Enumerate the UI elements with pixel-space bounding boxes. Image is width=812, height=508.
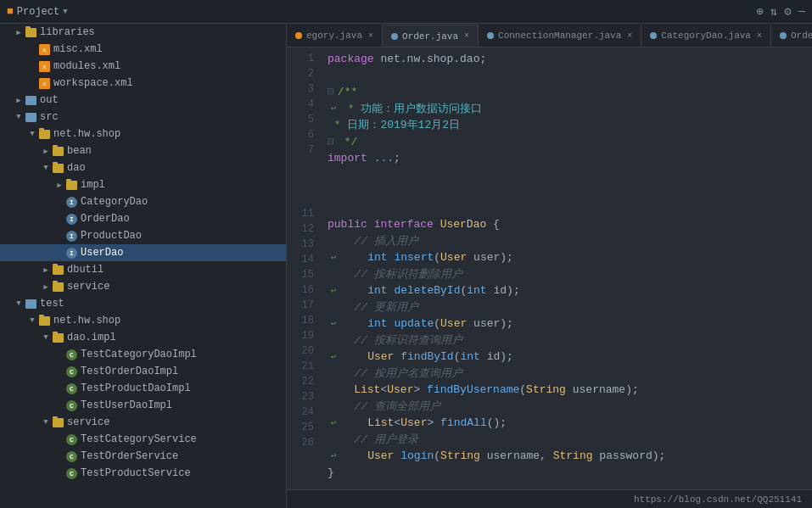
sidebar-item-test[interactable]: test	[0, 295, 286, 312]
java-interface-icon: I	[66, 231, 77, 242]
folder-icon	[25, 113, 36, 122]
tab-label: OrderDa	[791, 31, 812, 41]
sidebar-item-categorydao[interactable]: I CategoryDao	[0, 193, 286, 210]
java-class-icon: C	[66, 349, 77, 360]
sidebar-item-label: OrderDao	[81, 213, 130, 225]
top-icons: ⊕ ⇅ ⚙ —	[756, 4, 805, 19]
sidebar-item-libraries[interactable]: libraries	[0, 24, 286, 41]
tab-categorydao[interactable]: CategoryDao.java ×	[641, 25, 771, 47]
gutter-marker: ↩	[328, 351, 339, 363]
tab-icon	[780, 32, 787, 39]
sidebar-item-userdao[interactable]: I UserDao	[0, 244, 286, 261]
sidebar-item-label: TestProductDaoImpl	[81, 382, 191, 394]
code-line-12: // 插入用户	[328, 233, 805, 250]
code-line-16: // 更新用户	[328, 299, 805, 316]
sidebar-item-dbutil[interactable]: dbutil	[0, 261, 286, 278]
folder-icon	[53, 265, 64, 275]
add-icon[interactable]: ⊕	[756, 4, 763, 19]
tab-connectionmanager[interactable]: ConnectionManager.java ×	[479, 25, 641, 47]
sidebar-item-testuserdaoimpl[interactable]: C TestUserDaoImpl	[0, 397, 286, 414]
sidebar-item-out[interactable]: out	[0, 92, 286, 109]
xml-icon: x	[39, 78, 50, 89]
sidebar-item-testcategoryservice[interactable]: C TestCategoryService	[0, 431, 286, 448]
code-editor[interactable]: 1 2 3 4 5 6 7 11 12 13 14 15 16 17 18 19…	[287, 47, 812, 489]
sidebar-item-label: test	[40, 298, 64, 310]
folder-icon	[53, 418, 64, 427]
project-title: Project	[17, 6, 59, 18]
tab-icon	[487, 32, 494, 39]
sidebar-item-testproductservice[interactable]: C TestProductService	[0, 465, 286, 482]
sort-icon[interactable]: ⇅	[770, 4, 777, 19]
code-line-25: ↩ User login(String username, String pas…	[328, 448, 805, 465]
sidebar-item-bean[interactable]: bean	[0, 142, 286, 159]
arrow-icon	[41, 417, 51, 427]
sidebar-item-src[interactable]: src	[0, 109, 286, 126]
close-icon[interactable]: ×	[627, 31, 632, 41]
sidebar-item-test-service[interactable]: service	[0, 414, 286, 431]
sidebar-item-label: CategoryDao	[81, 196, 148, 208]
code-line-8	[328, 167, 805, 184]
sidebar-item-label: UserDao	[81, 247, 123, 259]
code-line-21: List<User> findByUsername(String usernam…	[328, 382, 805, 399]
main-layout: libraries x misc.xml x modules.xml x wor…	[0, 24, 812, 508]
code-line-3: ⊟/**	[328, 84, 805, 101]
blog-url: https://blog.csdn.net/QQ251141	[634, 494, 802, 505]
sidebar-item-label: dbutil	[67, 264, 104, 276]
arrow-icon	[14, 27, 24, 37]
sidebar-item-test-net-hw-shop[interactable]: net.hw.shop	[0, 312, 286, 329]
sidebar-item-testproductdaoimpl[interactable]: C TestProductDaoImpl	[0, 380, 286, 397]
arrow-icon	[54, 180, 64, 190]
folder-icon	[53, 164, 64, 173]
code-line-7: import ...;	[328, 150, 805, 167]
tab-order[interactable]: Order.java ×	[383, 25, 479, 47]
gear-icon[interactable]: ⚙	[784, 4, 791, 19]
tab-icon	[650, 32, 657, 39]
sidebar-item-label: bean	[67, 145, 92, 157]
java-class-icon: C	[66, 434, 77, 445]
code-line-1: package net.nw.shop.dao;	[328, 51, 805, 68]
sidebar-item-testcategorydaoimpl[interactable]: C TestCategoryDaoImpl	[0, 346, 286, 363]
sidebar-item-impl[interactable]: impl	[0, 176, 286, 193]
minimize-icon[interactable]: —	[798, 4, 805, 19]
code-line-20: // 按用户名查询用户	[328, 366, 805, 382]
sidebar-item-dao[interactable]: dao	[0, 159, 286, 176]
folder-icon	[25, 28, 36, 37]
sidebar-item-testorderservice[interactable]: C TestOrderService	[0, 448, 286, 465]
sidebar-item-misc-xml[interactable]: x misc.xml	[0, 41, 286, 58]
folder-icon	[53, 282, 64, 292]
sidebar-item-label: service	[67, 416, 109, 428]
sidebar-item-modules-xml[interactable]: x modules.xml	[0, 58, 286, 75]
code-line-24: // 用户登录	[328, 432, 805, 449]
sidebar-item-workspace-xml[interactable]: x workspace.xml	[0, 75, 286, 92]
sidebar-item-label: src	[40, 111, 59, 123]
project-label: ■ Project ▼	[7, 5, 68, 18]
sidebar-item-service[interactable]: service	[0, 278, 286, 295]
sidebar-item-dao-impl[interactable]: dao.impl	[0, 329, 286, 346]
folder-icon	[53, 333, 64, 343]
close-icon[interactable]: ×	[368, 31, 373, 41]
close-icon[interactable]: ×	[464, 31, 469, 41]
sidebar-item-label: dao.impl	[67, 332, 116, 343]
sidebar-item-orderdao[interactable]: I OrderDao	[0, 210, 286, 227]
java-class-icon: C	[66, 366, 77, 377]
code-line-15: ↩ int deleteById(int id);	[328, 282, 805, 299]
arrow-icon	[41, 265, 51, 275]
gutter-marker: ↩	[328, 318, 339, 330]
code-line-11: public interface UserDao {	[328, 216, 805, 233]
sidebar-item-testorderdaoimpl[interactable]: C TestOrderDaoImpl	[0, 363, 286, 380]
close-icon[interactable]: ×	[757, 31, 762, 41]
tab-category[interactable]: egory.java ×	[287, 25, 383, 47]
top-bar: ■ Project ▼ ⊕ ⇅ ⚙ —	[0, 0, 812, 24]
arrow-icon	[41, 282, 51, 292]
arrow-icon	[41, 163, 51, 173]
sidebar-item-productdao[interactable]: I ProductDao	[0, 227, 286, 244]
sidebar-item-label: workspace.xml	[53, 77, 133, 89]
sidebar-item-label: out	[40, 94, 59, 106]
sidebar-item-label: TestUserDaoImpl	[81, 399, 172, 411]
code-line-9	[328, 183, 805, 200]
tab-orderdao[interactable]: OrderDa	[771, 25, 812, 47]
sidebar-item-net-hw-shop[interactable]: net.hw.shop	[0, 126, 286, 142]
arrow-icon	[41, 146, 51, 156]
arrow-icon	[14, 112, 24, 122]
arrow-icon	[41, 332, 51, 343]
